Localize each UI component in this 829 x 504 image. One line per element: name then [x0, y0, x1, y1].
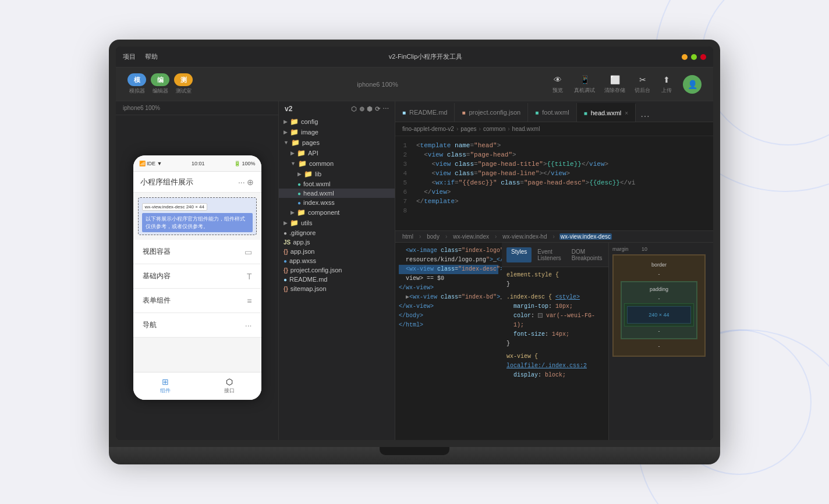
phone-menu-item[interactable]: 基础内容T — [133, 264, 261, 289]
editor-icon: 编 — [151, 73, 169, 86]
styles-tab-styles[interactable]: Styles — [506, 247, 532, 262]
element-chip-3[interactable]: wx-view.index-hd — [501, 233, 548, 240]
box-model-inner: padding - 240 × 44 - — [621, 281, 697, 339]
tree-item-config[interactable]: ▶📁config — [279, 116, 395, 127]
filetree-root-label: v2 ⬡ ⊕ ⬢ ⟳ ⋯ — [279, 101, 395, 116]
tree-item-component[interactable]: ▶📁component — [279, 207, 395, 218]
tree-item-sitemap_json[interactable]: {}sitemap.json — [279, 284, 395, 293]
testroom-button[interactable]: 测 测试室 — [174, 73, 193, 95]
title-bar-menu: 项目 帮助 — [123, 52, 158, 61]
element-chip-1[interactable]: body — [426, 233, 441, 240]
tree-item-head_wxml[interactable]: ●head.wxml — [279, 189, 395, 198]
interface-nav-icon: ⬡ — [224, 378, 235, 386]
element-chip-4[interactable]: wx-view.index-desc — [559, 233, 612, 240]
tree-item-utils[interactable]: ▶📁utils — [279, 218, 395, 228]
tree-item-project_config.json[interactable]: {}project.config.json — [279, 265, 395, 275]
tree-item-lib[interactable]: ▶📁lib — [279, 169, 395, 179]
tab-more-button[interactable]: ⋯ — [636, 111, 654, 122]
editor-tab-foot_wxml[interactable]: ■foot.wxml — [528, 103, 577, 122]
tree-item-_gitignore[interactable]: ●.gitignore — [279, 228, 395, 237]
line-number: 1 — [395, 141, 414, 150]
tree-item-app_js[interactable]: JSapp.js — [279, 237, 395, 247]
devtools-styles-section: StylesEvent ListenersDOM BreakpointsProp… — [502, 243, 608, 440]
tree-item-label: index.wxss — [303, 199, 335, 206]
tab-type-indicator: ■ — [535, 109, 539, 116]
phone-menu-item[interactable]: 视图容器▭ — [133, 240, 261, 264]
breadcrumb-item-0[interactable]: fino-applet-demo-v2 — [402, 126, 454, 132]
filetree-action-1[interactable]: ⬡ — [351, 105, 357, 113]
phone-title-actions[interactable]: ··· ⊕ — [238, 178, 254, 187]
tree-item-foot_wxml[interactable]: ●foot.wxml — [279, 179, 395, 189]
editor-button[interactable]: 编 编辑器 — [151, 73, 169, 95]
tree-item-index_wxss[interactable]: ●index.wxss — [279, 198, 395, 207]
filetree-action-4[interactable]: ⟳ — [375, 105, 380, 113]
breadcrumb-separator: › — [479, 126, 481, 132]
tree-item-label: foot.wxml — [303, 180, 330, 187]
phone-menu-item[interactable]: 导航··· — [133, 313, 261, 338]
editor-tab-head_wxml[interactable]: ■head.wxml× — [577, 103, 636, 122]
filetree-action-3[interactable]: ⬢ — [367, 105, 373, 113]
upload-action[interactable]: ⬆ 上传 — [660, 74, 674, 94]
tree-item-label: component — [308, 209, 339, 216]
tree-item-label: .gitignore — [289, 229, 316, 236]
box-model-margin-value: 10 — [642, 246, 647, 252]
style-rule-element: element.style { } — [506, 271, 604, 289]
clear-action[interactable]: ⬜ 清除存储 — [604, 74, 625, 94]
breadcrumb-separator: › — [508, 126, 509, 132]
devtools-panel: html › body › wx-view.index › wx-view.in… — [395, 230, 713, 440]
element-chip-2[interactable]: wx-view.index — [452, 233, 490, 240]
phone-nav-component[interactable]: ⊞ 组件 — [133, 378, 197, 395]
filetree-action-2[interactable]: ⊕ — [359, 105, 364, 113]
maximize-button[interactable] — [691, 54, 697, 60]
simulator-button[interactable]: 模 模拟器 — [127, 73, 146, 95]
menu-help[interactable]: 帮助 — [145, 52, 158, 61]
breadcrumb-item-1[interactable]: pages — [460, 126, 476, 132]
tree-item-app_wxss[interactable]: ●app.wxss — [279, 256, 395, 265]
code-line-8: 8 — [395, 206, 713, 215]
toolbar-left: 模 模拟器 编 编辑器 测 测试室 — [127, 73, 193, 95]
tree-item-pages[interactable]: ▼📁pages — [279, 137, 395, 148]
editor-tab-README_md[interactable]: ■README.md — [395, 103, 455, 122]
cut-action[interactable]: ✂ 切后台 — [635, 74, 650, 94]
toolbar: 模 模拟器 编 编辑器 测 测试室 iphone6 100% — [116, 68, 713, 101]
realdevice-action[interactable]: 📱 真机调试 — [574, 74, 595, 94]
devtools-html-area[interactable]: <wx-image class="index-logo" src="../res… — [395, 243, 502, 440]
styles-tab-dom_breakpoints[interactable]: DOM Breakpoints — [567, 247, 607, 262]
tree-item-label: head.wxml — [303, 190, 334, 197]
editor-code-area[interactable]: 1<template name="head">2 <view class="pa… — [395, 136, 713, 230]
line-content: <view class="page-head-title">{{title}}<… — [414, 159, 608, 169]
tab-close-button[interactable]: × — [625, 110, 628, 116]
phone-menu-icon: ▭ — [245, 247, 252, 257]
filetree-action-5[interactable]: ⋯ — [382, 105, 389, 113]
styles-tab-event_listeners[interactable]: Event Listeners — [533, 247, 566, 262]
line-content: <view class="page-head"> — [414, 150, 516, 159]
phone-signal: 📶 IDE ▼ — [139, 161, 162, 166]
simulator-header: iphone6 100% — [116, 101, 278, 115]
close-button[interactable] — [700, 54, 706, 60]
element-chip-0[interactable]: html — [401, 233, 414, 240]
phone-highlight-text: 以下将展示小程序官方组件能力，组件样式仅供参考，或者仅供参考。 — [142, 213, 253, 232]
tree-item-label: app.js — [293, 239, 310, 246]
phone-menu-label: 表单组件 — [143, 296, 171, 306]
minimize-button[interactable] — [682, 54, 688, 60]
tree-item-README_md[interactable]: ●README.md — [279, 275, 395, 284]
tree-item-API[interactable]: ▶📁API — [279, 148, 395, 158]
tree-item-image[interactable]: ▶📁image — [279, 127, 395, 137]
code-line-3: 3 <view class="page-head-title">{{title}… — [395, 159, 713, 169]
breadcrumb-item-3[interactable]: head.wxml — [512, 126, 540, 132]
phone-menu-item[interactable]: 表单组件≡ — [133, 289, 261, 313]
tree-item-app_json[interactable]: {}app.json — [279, 247, 395, 256]
menu-project[interactable]: 项目 — [123, 52, 136, 61]
preview-action[interactable]: 👁 预览 — [551, 74, 565, 94]
editor-tab-project_config.json[interactable]: ■project.config.json — [455, 103, 528, 122]
cut-icon: ✂ — [636, 74, 650, 86]
style-rule-wx-view: wx-view { localfile:/.index.css:2 displa… — [506, 352, 604, 380]
tree-item-common[interactable]: ▼📁common — [279, 158, 395, 169]
phone-menu-label: 基础内容 — [143, 271, 171, 281]
line-content: </view> — [414, 187, 451, 197]
code-line-2: 2 <view class="page-head"> — [395, 150, 713, 159]
phone-nav-interface[interactable]: ⬡ 接口 — [197, 378, 261, 395]
user-avatar[interactable]: 👤 — [683, 75, 702, 94]
laptop-screen: 项目 帮助 v2-FinClip小程序开发工具 模 — [116, 47, 713, 440]
breadcrumb-item-2[interactable]: common — [483, 126, 505, 132]
